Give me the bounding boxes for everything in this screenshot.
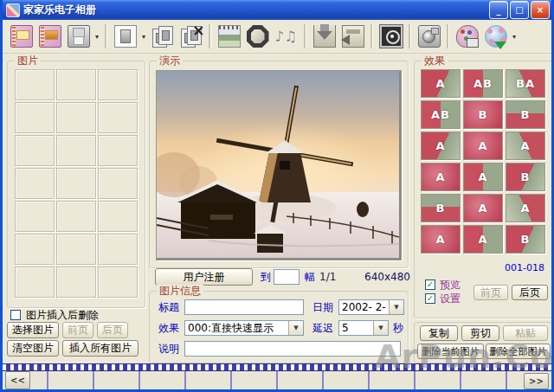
- picture-slot[interactable]: [56, 267, 96, 298]
- import-album-button[interactable]: [338, 22, 367, 51]
- picture-slot[interactable]: [98, 168, 138, 199]
- maximize-button[interactable]: □: [510, 1, 529, 19]
- desc-input[interactable]: [184, 341, 401, 357]
- minimize-button[interactable]: _: [489, 1, 508, 19]
- close-button[interactable]: ×: [531, 1, 550, 19]
- insert-all-pictures-button[interactable]: 插入所有图片: [62, 340, 138, 357]
- picture-slot[interactable]: [15, 234, 55, 265]
- effect-tile[interactable]: A: [421, 225, 461, 254]
- film-cell[interactable]: [140, 371, 186, 390]
- paste-button[interactable]: 粘贴: [503, 325, 548, 341]
- goto-input[interactable]: [274, 269, 300, 285]
- picture-slot[interactable]: [15, 135, 55, 166]
- picture-slot[interactable]: [56, 135, 96, 166]
- picture-slot[interactable]: [15, 168, 55, 199]
- picture-slot[interactable]: [56, 234, 96, 265]
- display-settings-button[interactable]: [377, 22, 405, 51]
- picture-slot[interactable]: [15, 267, 55, 298]
- effect-tile[interactable]: A: [421, 163, 461, 191]
- photo-note-button[interactable]: [215, 22, 243, 51]
- web-globe-button[interactable]: [481, 22, 510, 51]
- copy-picture-button[interactable]: [148, 22, 177, 51]
- copy-button[interactable]: 复制: [420, 325, 458, 341]
- web-dropdown-arrow[interactable]: ▾: [510, 23, 519, 49]
- film-cell[interactable]: [324, 371, 370, 390]
- film-cell[interactable]: [94, 371, 140, 390]
- picture-slot[interactable]: [56, 102, 96, 133]
- film-cell[interactable]: [232, 371, 278, 390]
- titlebar[interactable]: 家家乐电子相册 _ □ ×: [0, 0, 554, 20]
- import-pictures-button[interactable]: [310, 22, 338, 51]
- effects-next-page-button[interactable]: 后页: [512, 285, 548, 300]
- date-dropdown-icon[interactable]: ▼: [389, 300, 403, 314]
- picture-slot[interactable]: [15, 102, 55, 133]
- picture-slot[interactable]: [56, 201, 96, 232]
- pictures-next-page-button[interactable]: 后页: [97, 322, 128, 338]
- film-cell[interactable]: [186, 371, 232, 390]
- film-cell[interactable]: [370, 371, 416, 390]
- effect-tile[interactable]: B: [506, 163, 545, 191]
- select-pictures-button[interactable]: 选择图片: [7, 322, 59, 338]
- effect-combo[interactable]: 000:直接快速显示 ▼: [184, 320, 304, 336]
- open-album-button[interactable]: [35, 22, 64, 51]
- effect-tile[interactable]: A: [463, 225, 503, 254]
- picture-slot[interactable]: [98, 234, 138, 265]
- picture-slot[interactable]: [98, 102, 138, 133]
- film-cell[interactable]: [278, 371, 324, 390]
- effect-tile[interactable]: B: [506, 100, 545, 129]
- delay-dropdown-icon[interactable]: ▼: [373, 321, 388, 335]
- effect-tile[interactable]: A: [421, 132, 461, 160]
- picture-slot[interactable]: [15, 69, 55, 100]
- picture-slot[interactable]: [15, 201, 55, 232]
- effect-tile[interactable]: AB: [421, 100, 461, 129]
- preview-checkbox[interactable]: ✓: [425, 280, 435, 290]
- effect-tile[interactable]: A: [421, 69, 461, 98]
- date-combo[interactable]: 2002- 2- 8 ▼: [338, 299, 404, 315]
- clear-pictures-button[interactable]: 清空图片: [7, 340, 59, 357]
- effect-tile[interactable]: B: [421, 194, 461, 222]
- effect-tile[interactable]: B: [506, 225, 545, 254]
- preview-checkbox-label: 预览: [440, 278, 461, 292]
- film-cell[interactable]: [416, 371, 461, 390]
- projector-button[interactable]: [415, 22, 443, 51]
- effect-tile[interactable]: A: [506, 194, 545, 222]
- film-cell[interactable]: [461, 371, 507, 390]
- effect-tile[interactable]: A: [463, 194, 503, 222]
- snow-windmill-photo[interactable]: [156, 70, 402, 260]
- picture-slot[interactable]: [98, 201, 138, 232]
- delay-combo[interactable]: 5 ▼: [338, 320, 389, 336]
- effect-tile[interactable]: B: [463, 100, 503, 129]
- palette-button[interactable]: [453, 22, 481, 51]
- effect-tile[interactable]: BA: [506, 69, 545, 98]
- filmstrip-expand-button[interactable]: >>: [524, 373, 549, 389]
- picture-slot[interactable]: [56, 69, 96, 100]
- picture-slot[interactable]: [98, 135, 138, 166]
- pictures-prev-page-button[interactable]: 前页: [62, 322, 93, 338]
- picture-slot[interactable]: [98, 267, 138, 298]
- save-album-button[interactable]: [64, 22, 93, 51]
- add-picture-button[interactable]: [111, 22, 139, 51]
- settings-checkbox[interactable]: ✓: [425, 293, 435, 304]
- add-picture-dropdown-arrow[interactable]: ▾: [139, 23, 148, 49]
- delete-all-pictures-button[interactable]: 删除全部图片: [486, 344, 551, 359]
- effects-prev-page-button[interactable]: 前页: [473, 285, 508, 300]
- delete-picture-button[interactable]: ×: [177, 22, 205, 51]
- framed-photo-button[interactable]: [243, 22, 272, 51]
- effect-tile[interactable]: AB: [463, 69, 503, 98]
- picture-slot[interactable]: [98, 69, 138, 100]
- picture-slot[interactable]: [56, 168, 96, 199]
- delete-current-picture-button[interactable]: 删除当前图片: [417, 344, 484, 359]
- music-button[interactable]: ♪♫: [272, 22, 300, 51]
- title-input[interactable]: [184, 299, 304, 315]
- cut-button[interactable]: 剪切: [461, 325, 499, 341]
- effect-dropdown-icon[interactable]: ▼: [288, 321, 303, 335]
- effect-tile[interactable]: A: [463, 163, 503, 191]
- effect-tile[interactable]: A: [506, 132, 545, 160]
- save-dropdown-arrow[interactable]: ▾: [93, 23, 101, 49]
- film-cell[interactable]: [48, 371, 94, 390]
- effect-tile[interactable]: A: [463, 132, 503, 160]
- delete-after-insert-checkbox[interactable]: [10, 310, 21, 320]
- filmstrip-collapse-button[interactable]: <<: [5, 371, 30, 389]
- new-album-button[interactable]: [7, 22, 35, 51]
- user-register-button[interactable]: 用户注册: [155, 268, 253, 286]
